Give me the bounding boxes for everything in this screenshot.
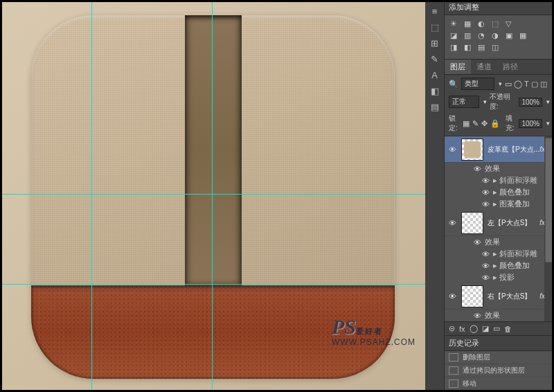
adjustment-icon[interactable]: ▽ [506, 19, 511, 28]
layers-scrollbar[interactable] [544, 136, 554, 321]
toolstrip-button[interactable]: ⬚ [427, 19, 443, 35]
chevron-down-icon[interactable]: ▾ [546, 120, 550, 127]
lock-label: 锁定: [449, 114, 460, 133]
guide-vertical[interactable] [212, 0, 213, 392]
adjustment-icon[interactable]: ▦ [519, 31, 526, 40]
layer-effect[interactable]: 👁▸ 图案叠加 [445, 198, 554, 210]
visibility-icon[interactable]: 👁 [481, 188, 490, 197]
visibility-icon[interactable]: 👁 [481, 200, 490, 208]
filter-icon[interactable]: ▭ [505, 80, 512, 89]
visibility-icon[interactable]: 👁 [481, 177, 490, 185]
layer-thumbnail[interactable] [461, 285, 483, 308]
chevron-down-icon[interactable]: ▾ [499, 80, 502, 87]
history-snapshot-box [449, 380, 458, 388]
visibility-icon[interactable]: 👁 [447, 292, 457, 301]
layer-effect[interactable]: 👁效果 [445, 310, 554, 321]
adjustment-icon[interactable]: ⬚ [492, 19, 499, 28]
fill-input[interactable]: 100% [519, 119, 542, 128]
visibility-icon[interactable]: 👁 [472, 238, 482, 247]
history-item[interactable]: 删除图层 [445, 351, 554, 364]
filter-icon[interactable]: ◯ [514, 80, 522, 89]
layer-row[interactable]: 👁左【P大点S】fx▾ [445, 210, 554, 236]
filter-icon[interactable]: T [524, 80, 529, 89]
visibility-icon[interactable]: 👁 [481, 250, 490, 258]
layers-footer-button[interactable]: ▭ [493, 324, 500, 333]
adjustment-icon[interactable]: ◪ [450, 31, 457, 40]
adjustment-icon[interactable]: ◫ [492, 43, 499, 52]
lock-option-icon[interactable]: ✎ [472, 119, 479, 128]
panel-toolstrip: ≡⬚⊞✎A◧▤ [425, 0, 445, 392]
opacity-input[interactable]: 100% [519, 98, 542, 107]
adjustment-icon[interactable]: ◐ [478, 19, 485, 28]
adjustment-icon[interactable]: ◑ [492, 31, 499, 40]
watermark: PS爱好者 WWW.PSAHZ.COM [332, 315, 416, 347]
layer-effect[interactable]: 👁▸ 斜面和浮雕 [445, 248, 554, 260]
adjustment-icon[interactable]: ◧ [464, 43, 471, 52]
toolstrip-button[interactable]: ✎ [427, 51, 443, 66]
lock-option-icon[interactable]: ▦ [463, 119, 470, 128]
layers-footer-button[interactable]: ◪ [482, 324, 489, 333]
layer-effect[interactable]: 👁▸ 颜色叠加 [445, 260, 554, 271]
filter-icon[interactable]: ▢ [531, 80, 538, 89]
visibility-icon[interactable]: 👁 [472, 165, 482, 173]
visibility-icon[interactable]: 👁 [447, 219, 457, 227]
layer-name[interactable]: 右【P大点S】 [488, 292, 539, 301]
layer-name[interactable]: 皮革底【P大点... [488, 145, 539, 154]
adjustment-icon[interactable]: ◨ [450, 43, 457, 52]
adjustment-icon[interactable]: ▦ [464, 19, 471, 28]
adjustments-title: 添加调整 [445, 0, 554, 15]
layer-name[interactable]: 左【P大点S】 [488, 218, 539, 228]
layer-effect[interactable]: 👁▸ 颜色叠加 [445, 186, 554, 198]
guide-horizontal[interactable] [0, 284, 425, 285]
visibility-icon[interactable]: 👁 [481, 262, 490, 270]
toolstrip-button[interactable]: ⊞ [427, 35, 443, 51]
chevron-down-icon[interactable]: ▾ [483, 98, 487, 105]
lock-option-icon[interactable]: 🔒 [490, 119, 500, 128]
visibility-icon[interactable]: 👁 [447, 145, 457, 154]
lock-option-icon[interactable]: ✥ [481, 119, 488, 128]
visibility-icon[interactable]: 👁 [481, 274, 490, 282]
layers-footer-button[interactable]: ◯ [470, 324, 478, 333]
layers-footer-button[interactable]: ⊝ [449, 324, 455, 333]
visibility-icon[interactable]: 👁 [472, 312, 482, 320]
layers-footer-button[interactable]: 🗑 [504, 325, 512, 333]
adjustment-icon[interactable]: ▣ [506, 31, 512, 40]
history-snapshot-box [449, 353, 458, 362]
toolstrip-button[interactable]: ≡ [427, 3, 443, 19]
adjustment-icon[interactable]: ☀ [450, 19, 457, 28]
adjustment-icon[interactable]: ▥ [464, 31, 471, 40]
layer-row[interactable]: 👁皮革底【P大点...fx▾ [445, 136, 554, 163]
layer-row[interactable]: 👁右【P大点S】fx▾ [445, 283, 554, 310]
layer-thumbnail[interactable] [461, 212, 483, 234]
toolstrip-button[interactable]: A [427, 67, 443, 82]
layers-footer-button[interactable]: fx [459, 325, 465, 333]
layer-effect[interactable]: 👁▸ 投影 [445, 271, 554, 283]
tab-paths[interactable]: 路径 [497, 60, 524, 74]
layer-effect[interactable]: 👁▸ 斜面和浮雕 [445, 175, 554, 186]
layers-panel: 图层通道路径 🔍 类型 ▾ ▭◯T▢◫ 正常 ▾ 不透明度: 100% ▾ 锁定… [445, 60, 554, 336]
search-icon[interactable]: 🔍 [449, 80, 458, 89]
layers-list[interactable]: 👁皮革底【P大点...fx▾👁效果👁▸ 斜面和浮雕👁▸ 颜色叠加👁▸ 图案叠加👁… [445, 136, 554, 321]
layer-effect[interactable]: 👁效果 [445, 236, 554, 248]
tab-channels[interactable]: 通道 [471, 60, 497, 74]
guide-horizontal[interactable] [0, 194, 425, 195]
fill-label: 填充: [506, 114, 517, 133]
adjustment-icon[interactable]: ▤ [478, 43, 485, 52]
toolstrip-button[interactable]: ◧ [427, 83, 443, 98]
adjustment-icon[interactable]: ◔ [478, 31, 485, 40]
layers-panel-tabs: 图层通道路径 [445, 60, 554, 75]
filter-icon[interactable]: ◫ [540, 80, 547, 89]
chevron-down-icon[interactable]: ▾ [546, 98, 550, 105]
history-item[interactable]: 移动 [445, 377, 554, 391]
blend-mode-select[interactable]: 正常 [449, 96, 479, 108]
tab-layers[interactable]: 图层 [445, 60, 471, 74]
filter-kind-select[interactable]: 类型 [461, 78, 494, 90]
layer-effect[interactable]: 👁效果 [445, 163, 554, 175]
toolstrip-button[interactable]: ▤ [427, 99, 443, 114]
history-item[interactable]: 通过拷贝的形状图层 [445, 364, 554, 377]
guide-vertical[interactable] [91, 0, 92, 392]
notch-shape [185, 15, 242, 285]
layer-thumbnail[interactable] [461, 139, 483, 161]
adjustments-panel: 添加调整 ☀▦◐⬚▽ ◪▥◔◑▣▦ ◨◧▤◫ [445, 0, 554, 60]
history-snapshot-box [449, 366, 458, 375]
